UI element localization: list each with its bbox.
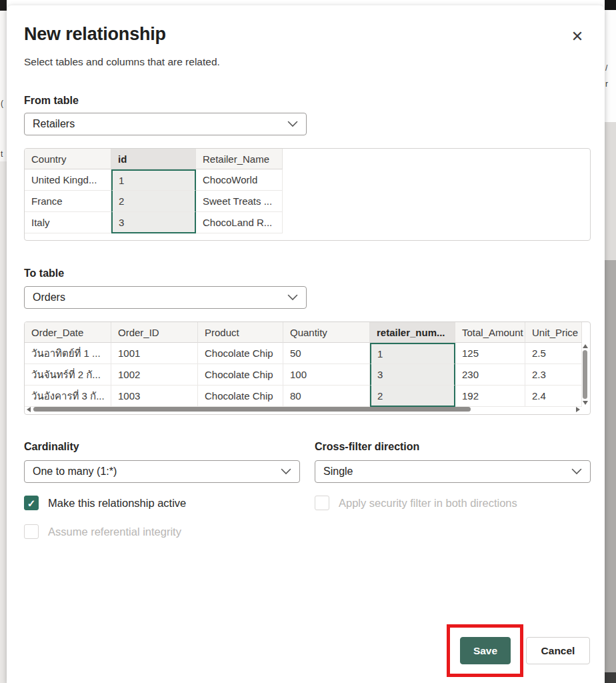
cardinality-value: One to many (1:*) [33,466,281,478]
table-cell[interactable]: ChocoWorld [196,169,283,191]
table-cell[interactable]: France [25,191,111,212]
column-header[interactable]: Total_Amount [455,322,525,343]
to-table-preview-grid: Order_DateOrder_IDProductQuantityretaile… [24,321,591,415]
table-cell[interactable]: 230 [455,364,525,386]
table-row: วันจันทร์ที่ 2 กั...1002Chocolate Chip10… [25,364,582,386]
background-text-fragment: r [605,79,608,89]
background-right-strip: / r [605,0,616,683]
referential-integrity-checkbox: ✓ [24,524,39,539]
table-row: France2Sweet Treats ... [25,191,283,212]
close-icon: ✕ [571,28,583,45]
table-cell[interactable]: United Kingd... [25,169,111,191]
table-row: Italy3ChocoLand R... [25,212,283,233]
scroll-right-icon[interactable] [576,407,580,412]
background-left-strip: ( t [0,0,7,683]
table-cell[interactable]: 1 [370,343,455,364]
table-cell[interactable]: 2.4 [525,386,582,407]
chevron-down-icon [287,294,298,301]
vertical-scrollbar-thumb[interactable] [583,350,587,399]
table-cell[interactable]: 100 [283,364,370,386]
column-header[interactable]: Retailer_Name [196,149,283,169]
table-cell[interactable]: 50 [283,343,370,364]
dialog-subtitle: Select tables and columns that are relat… [24,56,220,68]
table-cell[interactable]: 2.5 [525,343,582,364]
chevron-down-icon [281,468,291,475]
cancel-button[interactable]: Cancel [526,637,590,664]
grid-header-row: Order_DateOrder_IDProductQuantityretaile… [25,322,582,343]
column-header[interactable]: Order_ID [111,322,198,343]
save-button[interactable]: Save [460,637,511,664]
table-cell[interactable]: 2 [111,191,196,212]
background-dark-block [0,0,7,11]
table-cell[interactable]: 1001 [111,343,198,364]
column-header[interactable]: Order_Date [25,322,111,343]
table-cell[interactable]: 2.3 [525,364,582,386]
table-cell[interactable]: วันอังคารที่ 3 กั... [25,386,111,407]
dialog-title: New relationship [24,24,166,45]
column-header[interactable]: Product [198,322,283,343]
table-cell[interactable]: 2 [370,386,455,407]
table-cell[interactable]: 125 [455,343,525,364]
table-row: วันอาทิตย์ที่ 1 ...1001Chocolate Chip501… [25,343,582,364]
screen: ( t / r New relationship ✕ Select tables… [0,0,616,683]
table-cell[interactable]: Chocolate Chip [198,386,283,407]
table-cell[interactable]: Sweet Treats ... [196,191,283,212]
scroll-left-icon[interactable] [27,407,31,412]
make-active-label: Make this relationship active [48,497,186,510]
vertical-scrollbar[interactable] [581,344,589,405]
column-header[interactable]: Country [25,149,111,169]
grid-header-row: CountryidRetailer_Name [25,149,283,169]
new-relationship-dialog: New relationship ✕ Select tables and col… [7,5,605,683]
table-cell[interactable]: 80 [283,386,370,407]
table-cell[interactable]: 3 [370,364,455,386]
table-cell[interactable]: วันจันทร์ที่ 2 กั... [25,364,111,386]
column-header[interactable]: id [111,149,196,169]
checkmark-icon: ✓ [27,498,36,508]
background-text-fragment: / [605,63,607,73]
column-header[interactable]: Quantity [283,322,370,343]
to-table-dropdown[interactable]: Orders [24,286,307,309]
table-cell[interactable]: Chocolate Chip [198,343,283,364]
table-cell[interactable]: 1 [111,169,196,191]
table-cell[interactable]: Chocolate Chip [198,364,283,386]
from-table-value: Retailers [33,118,287,130]
table-cell[interactable]: วันอาทิตย์ที่ 1 ... [25,343,111,364]
cardinality-dropdown[interactable]: One to many (1:*) [24,460,300,483]
background-text-fragment: t [1,149,3,159]
background-text-fragment: ( [1,99,3,108]
cross-filter-dropdown[interactable]: Single [315,460,591,483]
column-header[interactable]: Unit_Price [525,322,582,343]
security-filter-label: Apply security filter in both directions [339,497,517,510]
from-table-dropdown[interactable]: Retailers [24,113,307,135]
horizontal-scrollbar-thumb[interactable] [33,407,471,412]
make-active-checkbox[interactable]: ✓ [24,496,39,510]
horizontal-scrollbar[interactable] [27,406,580,413]
table-row: วันอังคารที่ 3 กั...1003Chocolate Chip80… [25,386,582,407]
scroll-down-icon[interactable] [583,401,588,405]
chevron-down-icon [571,468,582,475]
to-table-value: Orders [33,291,287,303]
cardinality-label: Cardinality [24,441,79,453]
referential-integrity-label: Assume referential integrity [48,526,181,538]
table-cell[interactable]: Italy [25,212,111,233]
table-cell[interactable]: 1002 [111,364,198,386]
from-table-preview-grid: CountryidRetailer_NameUnited Kingd...1Ch… [24,148,591,241]
from-table-label: From table [24,95,79,107]
cross-filter-value: Single [323,466,571,478]
scroll-up-icon[interactable] [583,344,588,348]
table-cell[interactable]: 192 [455,386,525,407]
table-cell[interactable]: 3 [111,212,196,233]
table-cell[interactable]: 1003 [111,386,198,407]
chevron-down-icon [287,121,298,127]
to-table-label: To table [24,267,64,279]
cross-filter-label: Cross-filter direction [315,441,419,453]
background-dark-block [605,0,616,10]
security-filter-checkbox: ✓ [315,496,329,510]
close-button[interactable]: ✕ [567,27,587,47]
column-header[interactable]: retailer_num... [370,322,455,343]
table-row: United Kingd...1ChocoWorld [25,169,283,191]
table-cell[interactable]: ChocoLand R... [196,212,283,233]
